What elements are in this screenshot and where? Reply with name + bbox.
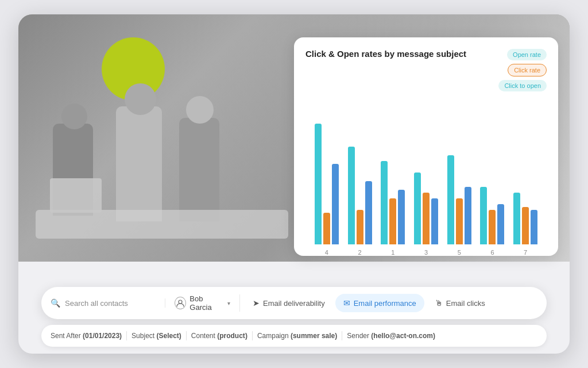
bar-blue-6 bbox=[497, 204, 504, 244]
bar-teal-3 bbox=[414, 172, 421, 244]
legend-items: Open rate Click rate Click to open bbox=[498, 49, 547, 91]
bar-blue-5 bbox=[465, 187, 471, 244]
bar-group-3: 3 bbox=[411, 112, 442, 256]
nav-items: ➤ Email deliverability ✉ Email performan… bbox=[240, 294, 537, 312]
bar-teal-2 bbox=[348, 147, 355, 244]
bar-label-3: 3 bbox=[424, 249, 428, 256]
bars-row bbox=[381, 112, 405, 244]
filter-chip-sent_after[interactable]: Sent After (01/01/2023) bbox=[51, 332, 122, 340]
nav-item-email-performance[interactable]: ✉ Email performance bbox=[335, 294, 424, 312]
clicks-icon: 🖱 bbox=[435, 298, 443, 308]
chart-header: Click & Open rates by message subject Op… bbox=[305, 49, 547, 91]
bars-row bbox=[315, 112, 339, 244]
bar-orange-6 bbox=[489, 210, 496, 244]
bars-row bbox=[348, 112, 372, 244]
bar-group-5: 5 bbox=[444, 112, 475, 256]
bar-blue-7 bbox=[531, 210, 537, 244]
performance-icon: ✉ bbox=[343, 298, 350, 308]
nav-label-deliverability: Email deliverability bbox=[263, 299, 325, 308]
bar-teal-6 bbox=[480, 187, 487, 244]
bar-blue-2 bbox=[365, 181, 372, 244]
user-section[interactable]: Bob Garcia ▾ bbox=[165, 294, 240, 312]
bottom-toolbar: 🔍 Search all contacts Bob Garcia ▾ ➤ Ema… bbox=[41, 287, 547, 319]
filter-chip-campaign[interactable]: Campaign (summer sale) bbox=[257, 332, 337, 340]
bar-teal-1 bbox=[381, 161, 388, 244]
legend-click-rate: Click rate bbox=[508, 64, 547, 76]
user-name: Bob Garcia bbox=[189, 294, 224, 312]
nav-label-performance: Email performance bbox=[354, 299, 416, 308]
bar-group-1: 1 bbox=[377, 112, 408, 256]
user-icon bbox=[175, 297, 186, 309]
bar-label-4: 4 bbox=[325, 249, 328, 256]
bars-row bbox=[480, 112, 504, 244]
legend-click-to-open: Click to open bbox=[498, 80, 547, 91]
nav-item-email-deliverability[interactable]: ➤ Email deliverability bbox=[245, 294, 333, 312]
bar-blue-3 bbox=[431, 198, 438, 244]
bars-row bbox=[414, 112, 438, 244]
bars-row bbox=[513, 112, 537, 244]
bars-row bbox=[447, 112, 471, 244]
search-icon: 🔍 bbox=[51, 298, 60, 308]
deliverability-icon: ➤ bbox=[253, 298, 260, 308]
search-input[interactable]: Search all contacts bbox=[65, 299, 128, 308]
filter-chip-content[interactable]: Content (product) bbox=[191, 332, 247, 340]
bar-orange-2 bbox=[357, 210, 363, 244]
bar-orange-1 bbox=[389, 198, 396, 244]
bar-orange-5 bbox=[456, 198, 463, 244]
user-dropdown-icon: ▾ bbox=[227, 300, 230, 306]
filter-divider bbox=[186, 331, 187, 340]
bar-group-7: 7 bbox=[510, 112, 541, 256]
bar-label-5: 5 bbox=[458, 249, 461, 256]
filter-chip-sender[interactable]: Sender (hello@act-on.com) bbox=[347, 332, 435, 340]
svg-point-0 bbox=[179, 300, 182, 304]
filter-bar: Sent After (01/01/2023)Subject (Select)C… bbox=[41, 325, 547, 347]
bar-label-2: 2 bbox=[358, 249, 362, 256]
search-section[interactable]: 🔍 Search all contacts bbox=[51, 298, 165, 308]
chart-card: Click & Open rates by message subject Op… bbox=[294, 37, 558, 256]
chart-title: Click & Open rates by message subject bbox=[305, 49, 466, 59]
filter-divider bbox=[342, 331, 342, 340]
bar-label-6: 6 bbox=[490, 249, 494, 256]
bar-blue-4 bbox=[332, 164, 339, 244]
bar-teal-7 bbox=[513, 193, 520, 244]
bar-blue-1 bbox=[398, 190, 405, 244]
nav-item-email-clicks[interactable]: 🖱 Email clicks bbox=[427, 294, 493, 312]
main-container: Click & Open rates by message subject Op… bbox=[18, 14, 570, 354]
bar-group-6: 6 bbox=[477, 112, 508, 256]
bar-label-1: 1 bbox=[391, 249, 394, 256]
bar-orange-7 bbox=[522, 207, 529, 244]
bar-group-4: 4 bbox=[311, 112, 342, 256]
bar-teal-4 bbox=[315, 124, 322, 244]
legend-open-rate: Open rate bbox=[507, 49, 547, 60]
filter-divider bbox=[126, 331, 127, 340]
bar-orange-3 bbox=[423, 193, 430, 244]
filter-divider bbox=[252, 331, 253, 340]
bar-label-7: 7 bbox=[524, 249, 527, 256]
filter-chip-subject[interactable]: Subject (Select) bbox=[131, 332, 181, 340]
bar-group-2: 2 bbox=[345, 112, 376, 256]
bar-orange-4 bbox=[323, 213, 330, 244]
bar-teal-5 bbox=[447, 155, 454, 244]
nav-label-clicks: Email clicks bbox=[446, 299, 485, 308]
bar-chart: 4213567 bbox=[305, 101, 547, 256]
